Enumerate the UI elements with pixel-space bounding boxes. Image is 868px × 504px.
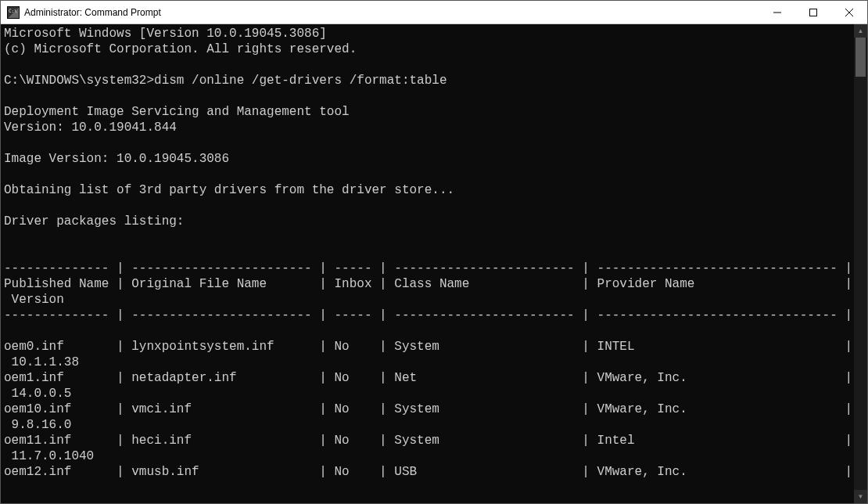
dism-listing-line: Driver packages listing:: [4, 214, 184, 229]
terminal-output[interactable]: Microsoft Windows [Version 10.0.19045.30…: [1, 24, 854, 503]
scrollbar-thumb[interactable]: [855, 38, 866, 77]
maximize-icon: [809, 9, 817, 16]
command-text: dism /online /get-drivers /format:table: [154, 74, 447, 88]
table-row: oem10.inf | vmci.inf | No | System | VMw…: [4, 402, 854, 416]
dism-imgver-line: Image Version: 10.0.19045.3086: [4, 152, 229, 166]
prompt-path: C:\WINDOWS\system32>: [4, 74, 154, 88]
maximize-button[interactable]: [795, 1, 831, 23]
svg-rect-1: [810, 9, 817, 16]
table-sep: -------------- | -----------------------…: [4, 261, 854, 275]
scroll-down-button[interactable]: ▼: [854, 490, 867, 503]
scroll-up-button[interactable]: ▲: [854, 24, 867, 38]
close-icon: [845, 9, 853, 16]
table-row: oem12.inf | vmusb.inf | No | USB | VMwar…: [4, 465, 854, 479]
console-area: Microsoft Windows [Version 10.0.19045.30…: [1, 24, 867, 503]
table-row: oem0.inf | lynxpointsystem.inf | No | Sy…: [4, 340, 854, 354]
window: Administrator: Command Prompt Microsoft …: [0, 0, 868, 504]
window-controls: [759, 1, 867, 23]
table-sep: -------------- | -----------------------…: [4, 308, 854, 322]
app-icon: [7, 6, 20, 19]
table-row-ver: 9.8.16.0: [4, 418, 71, 432]
table-row-ver: 14.0.0.5: [4, 387, 71, 401]
table-header: Published Name | Original File Name | In…: [4, 277, 854, 291]
table-row: oem1.inf | netadapter.inf | No | Net | V…: [4, 371, 854, 385]
ms-version-line: Microsoft Windows [Version 10.0.19045.30…: [4, 27, 327, 41]
table-row: oem11.inf | heci.inf | No | System | Int…: [4, 434, 854, 448]
dism-toolver-line: Version: 10.0.19041.844: [4, 121, 177, 135]
table-row-ver: 10.1.1.38: [4, 355, 79, 369]
copyright-line: (c) Microsoft Corporation. All rights re…: [4, 42, 357, 56]
scrollbar[interactable]: ▲ ▼: [854, 24, 867, 503]
table-row-ver: 11.7.0.1040: [4, 449, 94, 463]
minimize-icon: [773, 9, 781, 16]
titlebar[interactable]: Administrator: Command Prompt: [1, 1, 867, 24]
close-button[interactable]: [831, 1, 867, 23]
scrollbar-track[interactable]: [854, 38, 867, 490]
minimize-button[interactable]: [759, 1, 795, 23]
window-title: Administrator: Command Prompt: [24, 7, 759, 18]
dism-tool-line: Deployment Image Servicing and Managemen…: [4, 105, 350, 119]
dism-obtaining-line: Obtaining list of 3rd party drivers from…: [4, 183, 454, 197]
table-header-2: Version: [4, 293, 64, 307]
